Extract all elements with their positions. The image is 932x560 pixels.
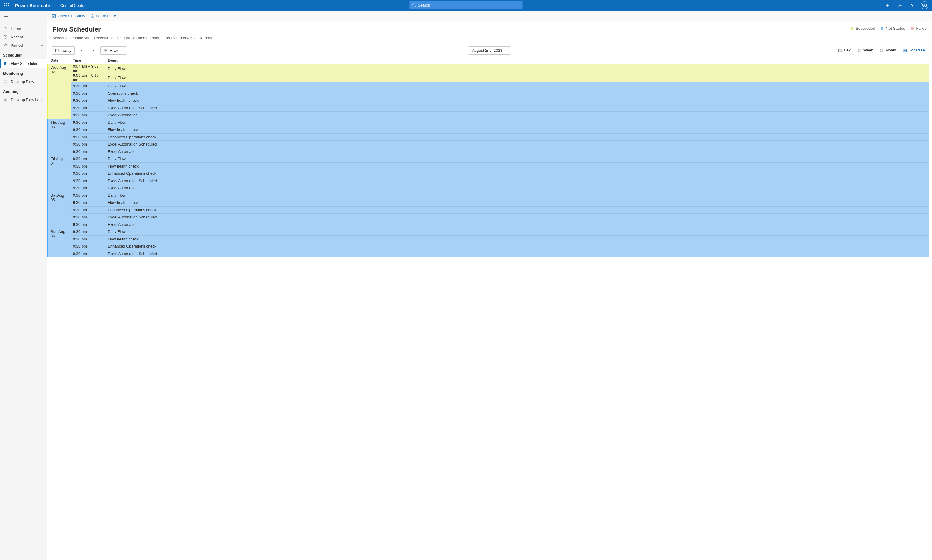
sidebar-item-pinned[interactable]: Pinned (0, 41, 47, 49)
schedule-row[interactable]: 9:30 pmDaily Flow (47, 82, 929, 90)
schedule-row[interactable]: 9:30 pmOperations check (47, 89, 929, 97)
schedule-row[interactable]: 9:30 pmFlow health check (47, 235, 929, 243)
event-cell: Excel Automation (105, 221, 929, 228)
schedule-row[interactable]: 9:30 pmFlow health check (47, 126, 929, 134)
sidebar-item-flow-scheduler[interactable]: Flow Scheduler (0, 59, 47, 68)
learn-more-button[interactable]: Learn more (91, 14, 116, 18)
schedule-row[interactable]: Thu Aug 039:30 pmDaily Flow (47, 119, 929, 126)
sidebar-section-auditing: Auditing (0, 86, 47, 95)
schedule-row[interactable]: 9:30 pmExcel Automation Scheduled (47, 214, 929, 221)
page-header: Flow Scheduler Schedules enable you to e… (47, 22, 932, 44)
svg-rect-15 (4, 80, 7, 82)
time-cell: 9:30 pm (71, 97, 105, 105)
schedule-row[interactable]: 9:30 pmExcel Automation Scheduled (47, 141, 929, 148)
time-cell: 9:30 pm (71, 141, 105, 148)
sidebar-item-label: Pinned (11, 43, 23, 48)
sidebar-item-desktop-flow-logs[interactable]: Desktop Flow Logs (0, 95, 47, 104)
command-bar: Open Grid View Learn more (47, 11, 932, 22)
time-cell: 9:30 pm (71, 192, 105, 199)
time-cell: 9:30 pm (71, 235, 105, 243)
sidebar-item-label: Desktop Flow (11, 80, 34, 84)
schedule-row[interactable]: 9:30 pmExcel Automation Scheduled (47, 177, 929, 185)
sidebar-item-recent[interactable]: Recent (0, 33, 47, 41)
event-cell: Excel Automation (105, 112, 929, 119)
legend-failed: Failed (911, 26, 927, 31)
view-tab-day[interactable]: Day (835, 47, 853, 54)
chevron-left-icon (80, 49, 84, 53)
settings-button[interactable] (896, 1, 904, 9)
sidebar-item-home[interactable]: Home (0, 25, 47, 33)
schedule-row[interactable]: 9:30 pmExcel Automation Scheduled (47, 104, 929, 112)
view-tab-month[interactable]: Month (877, 47, 899, 54)
search-box[interactable] (409, 1, 523, 9)
schedule-row[interactable]: 9:30 pmExcel Automation (47, 148, 929, 155)
svg-rect-22 (838, 49, 841, 52)
schedule-grid-scroll[interactable]: Date Time Event Wed Aug 029:07 am – 9:07… (47, 57, 929, 560)
prev-button[interactable] (78, 46, 86, 55)
open-grid-icon (52, 14, 56, 18)
svg-rect-24 (880, 49, 883, 52)
time-cell: 9:30 pm (71, 250, 105, 257)
time-cell: 9:30 pm (71, 148, 105, 155)
schedule-row[interactable]: 9:30 pmFlow health check (47, 97, 929, 105)
schedule-row[interactable]: 9:30 pmEnhanced Operations check (47, 170, 929, 177)
plus-icon (885, 3, 890, 8)
svg-rect-6 (5, 6, 5, 8)
schedule-row[interactable]: Fri Aug 049:30 pmDaily Flow (47, 155, 929, 163)
legend-label: Succeeded (856, 26, 875, 31)
breadcrumb[interactable]: Control Center (60, 3, 86, 8)
event-cell: Daily Flow (105, 192, 929, 199)
time-cell: 9:30 pm (71, 82, 105, 90)
search-input[interactable] (418, 3, 520, 8)
monitor-icon (3, 80, 8, 84)
schedule-row[interactable]: Sun Aug 069:30 pmDaily Flow (47, 228, 929, 236)
view-tab-schedule[interactable]: Schedule (900, 47, 927, 54)
calendar-day-icon (838, 48, 842, 52)
sidebar-section-monitoring: Monitoring (0, 68, 47, 77)
sidebar-item-desktop-flow[interactable]: Desktop Flow (0, 77, 47, 86)
view-tab-label: Day (844, 48, 851, 52)
schedule-row[interactable]: Wed Aug 029:07 am – 9:07 amDaily Flow (47, 64, 929, 73)
schedule-row[interactable]: 9:30 pmFlow health check (47, 163, 929, 170)
nav-collapse-button[interactable] (2, 14, 9, 22)
schedule-row[interactable]: 9:30 pmEnhanced Operations check (47, 243, 929, 250)
today-button[interactable]: Today (52, 46, 75, 55)
event-cell: Excel Automation Scheduled (105, 250, 929, 257)
next-button[interactable] (89, 46, 97, 55)
event-cell: Flow health check (105, 235, 929, 243)
schedule-row[interactable]: 9:09 am – 9:10 amDaily Flow (47, 73, 929, 82)
view-tab-week[interactable]: Week (855, 47, 875, 54)
date-picker-button[interactable]: August 2nd, 2023 (469, 46, 511, 55)
svg-point-19 (92, 15, 93, 15)
avatar[interactable]: GB (921, 2, 929, 9)
add-button[interactable] (883, 1, 892, 9)
schedule-row[interactable]: 9:30 pmEnhanced Operations check (47, 133, 929, 141)
schedule-row[interactable]: 9:30 pmExcel Automation (47, 221, 929, 228)
app-launcher-button[interactable] (2, 1, 11, 9)
svg-rect-23 (858, 49, 861, 52)
schedule-row[interactable]: 9:30 pmFlow health check (47, 199, 929, 206)
help-button[interactable] (908, 1, 917, 9)
event-cell: Flow health check (105, 199, 929, 206)
schedule-row[interactable]: 9:30 pmEnhanced Operations check (47, 206, 929, 214)
time-cell: 9:30 pm (71, 170, 105, 177)
schedule-row[interactable]: 9:30 pmExcel Automation Scheduled (47, 250, 929, 257)
event-cell: Excel Automation (105, 148, 929, 155)
time-cell: 9:30 pm (71, 155, 105, 163)
time-cell: 9:30 pm (71, 177, 105, 185)
time-cell: 9:30 pm (71, 126, 105, 134)
calendar-today-icon (55, 49, 59, 53)
open-grid-view-button[interactable]: Open Grid View (52, 14, 85, 18)
chevron-down-icon (40, 43, 44, 47)
svg-line-10 (415, 6, 416, 6)
schedule-row[interactable]: 9:30 pmExcel Automation (47, 185, 929, 192)
topbar-separator (56, 2, 56, 8)
legend-dot-not-started (881, 27, 883, 30)
svg-rect-3 (5, 5, 5, 6)
svg-rect-2 (8, 3, 9, 4)
filter-button[interactable]: Filter (100, 46, 126, 55)
schedule-row[interactable]: Sat Aug 059:30 pmDaily Flow (47, 192, 929, 199)
svg-rect-20 (55, 49, 59, 52)
schedule-row[interactable]: 9:30 pmExcel Automation (47, 112, 929, 119)
sidebar-item-label: Home (11, 26, 21, 31)
